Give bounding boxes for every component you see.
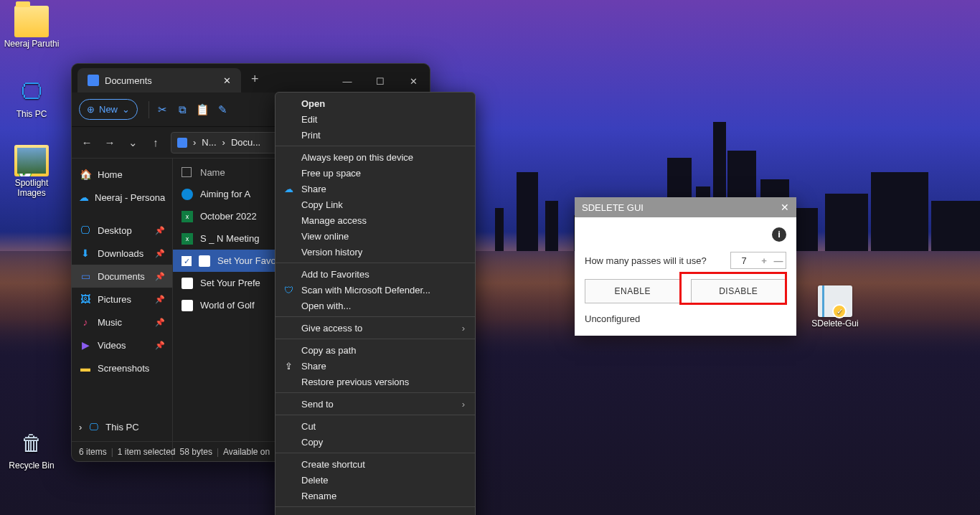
menu-item-delete[interactable]: Delete (275, 472, 475, 488)
menu-item-free-up[interactable]: Free up space (275, 165, 475, 181)
file-name: World of Golf (200, 300, 255, 311)
menu-item-always-keep[interactable]: Always keep on this device (275, 149, 475, 165)
new-label: New (99, 104, 118, 115)
menu-item-restore-versions[interactable]: Restore previous versions (275, 374, 475, 389)
folder-image-icon: ✓ (14, 145, 49, 176)
document-icon (177, 138, 187, 148)
minimize-button[interactable]: — (331, 70, 364, 93)
sidebar-item-videos[interactable]: ▶Videos📌 (72, 334, 172, 356)
desktop-icon: 🖵 (79, 225, 92, 236)
file-name: October 2022 (200, 211, 257, 222)
cut-icon[interactable]: ✂ (155, 103, 169, 116)
breadcrumb[interactable]: N... (202, 137, 216, 148)
menu-item-send-to[interactable]: Send to› (275, 396, 475, 412)
desktop-icon-label: Spotlight Images (3, 178, 60, 198)
status-items: 6 items (79, 447, 107, 457)
tab-documents[interactable]: Documents ✕ (77, 68, 241, 93)
menu-item-copy-path[interactable]: Copy as path (275, 342, 475, 358)
sdelete-titlebar[interactable]: SDELETE GUI ✕ (575, 197, 796, 217)
menu-label: Manage access (301, 215, 367, 226)
chevron-right-icon: › (462, 323, 465, 334)
sidebar-item-documents[interactable]: ▭Documents📌 (72, 265, 172, 288)
select-all-checkbox[interactable] (182, 167, 192, 177)
close-button[interactable]: ✕ (781, 202, 789, 213)
text-file-icon (182, 300, 193, 311)
sidebar-item-label: Videos (98, 340, 126, 351)
menu-item-copy[interactable]: Copy (275, 434, 475, 450)
back-button[interactable]: ← (79, 136, 95, 148)
maximize-button[interactable]: ☐ (364, 70, 397, 93)
menu-item-open[interactable]: Open (275, 95, 475, 111)
sidebar-item-label: Screenshots (98, 363, 149, 374)
menu-item-scan-defender[interactable]: 🛡Scan with Microsoft Defender... (275, 282, 475, 298)
decrement-button[interactable]: — (771, 255, 786, 266)
share-icon: ⇪ (282, 361, 295, 372)
menu-item-version-history[interactable]: Version history (275, 244, 475, 260)
sidebar-item-desktop[interactable]: 🖵Desktop📌 (72, 219, 172, 242)
recent-dropdown[interactable]: ⌄ (125, 136, 141, 149)
document-icon: ▭ (79, 270, 92, 282)
sidebar-item-music[interactable]: ♪Music📌 (72, 311, 172, 334)
download-icon: ⬇ (79, 247, 92, 259)
sidebar-item-onedrive[interactable]: ☁Neeraj - Persona (72, 186, 172, 209)
menu-label: Edit (301, 114, 317, 125)
chevron-right-icon: › (79, 422, 82, 433)
new-tab-button[interactable]: + (241, 66, 269, 93)
menu-label: Scan with Microsoft Defender... (301, 285, 430, 296)
increment-button[interactable]: + (757, 255, 771, 266)
desktop-icon-this-pc[interactable]: 🖵 This PC (3, 76, 60, 119)
desktop-icon-sdelete[interactable]: ✓ SDelete-Gui (806, 285, 864, 329)
menu-item-share[interactable]: ☁Share (275, 181, 475, 197)
sidebar-item-downloads[interactable]: ⬇Downloads📌 (72, 242, 172, 265)
up-button[interactable]: ↑ (148, 136, 164, 148)
annotation-highlight (679, 272, 787, 305)
sidebar-item-pictures[interactable]: 🖼Pictures📌 (72, 288, 172, 311)
menu-item-copy-link[interactable]: Copy Link (275, 197, 475, 212)
close-tab-icon[interactable]: ✕ (223, 75, 231, 86)
window-title: SDELETE GUI (582, 202, 644, 213)
menu-item-print[interactable]: Print (275, 127, 475, 143)
menu-item-view-online[interactable]: View online (275, 228, 475, 244)
checkbox-checked-icon[interactable]: ✓ (182, 256, 192, 266)
menu-label: Open (301, 98, 325, 109)
sidebar-item-this-pc[interactable]: › 🖵 This PC (79, 422, 139, 433)
paste-icon[interactable]: 📋 (195, 103, 209, 116)
menu-item-manage-access[interactable]: Manage access (275, 212, 475, 228)
passes-stepper[interactable]: 7 + — (730, 252, 786, 269)
desktop-icon-user-folder[interactable]: Neeraj Paruthi (3, 6, 60, 49)
menu-label: Copy Link (301, 199, 343, 210)
menu-item-give-access[interactable]: Give access to› (275, 320, 475, 336)
sidebar-item-label: Neeraj - Persona (95, 192, 165, 203)
rename-icon[interactable]: ✎ (215, 103, 230, 116)
music-icon: ♪ (79, 316, 92, 328)
menu-item-properties[interactable]: Properties (275, 510, 475, 515)
sidebar-item-screenshots[interactable]: ▬Screenshots (72, 356, 172, 379)
sidebar-item-label: Home (98, 169, 123, 180)
home-icon: 🏠 (79, 169, 92, 180)
menu-item-cut[interactable]: Cut (275, 418, 475, 434)
menu-item-share2[interactable]: ⇪Share (275, 358, 475, 374)
pin-icon: 📌 (155, 295, 165, 304)
navigation-sidebar: 🏠Home ☁Neeraj - Persona 🖵Desktop📌 ⬇Downl… (72, 159, 173, 460)
menu-item-rename[interactable]: Rename (275, 488, 475, 504)
pictures-icon: 🖼 (79, 293, 92, 305)
breadcrumb[interactable]: Docu... (231, 137, 260, 148)
menu-item-edit[interactable]: Edit (275, 111, 475, 127)
sidebar-item-home[interactable]: 🏠Home (72, 163, 172, 186)
desktop-icon-spotlight[interactable]: ✓ Spotlight Images (3, 145, 60, 198)
sdelete-status: Unconfigured (585, 313, 640, 324)
pin-icon: 📌 (155, 226, 165, 235)
menu-label: Copy (301, 437, 323, 448)
close-window-button[interactable]: ✕ (397, 70, 430, 93)
new-button[interactable]: ⊕ New ⌄ (79, 99, 138, 120)
menu-item-open-with[interactable]: Open with... (275, 298, 475, 313)
enable-button[interactable]: ENABLE (585, 279, 681, 303)
copy-icon[interactable]: ⧉ (175, 103, 189, 116)
info-icon[interactable]: i (772, 227, 786, 242)
menu-item-add-favorites[interactable]: Add to Favorites (275, 266, 475, 282)
forward-button[interactable]: → (102, 136, 118, 148)
desktop-icon-label: Neeraj Paruthi (3, 39, 60, 49)
desktop-icon-recycle-bin[interactable]: 🗑 Recycle Bin (3, 427, 60, 471)
menu-item-create-shortcut[interactable]: Create shortcut (275, 456, 475, 472)
sidebar-item-label: Documents (98, 271, 145, 282)
